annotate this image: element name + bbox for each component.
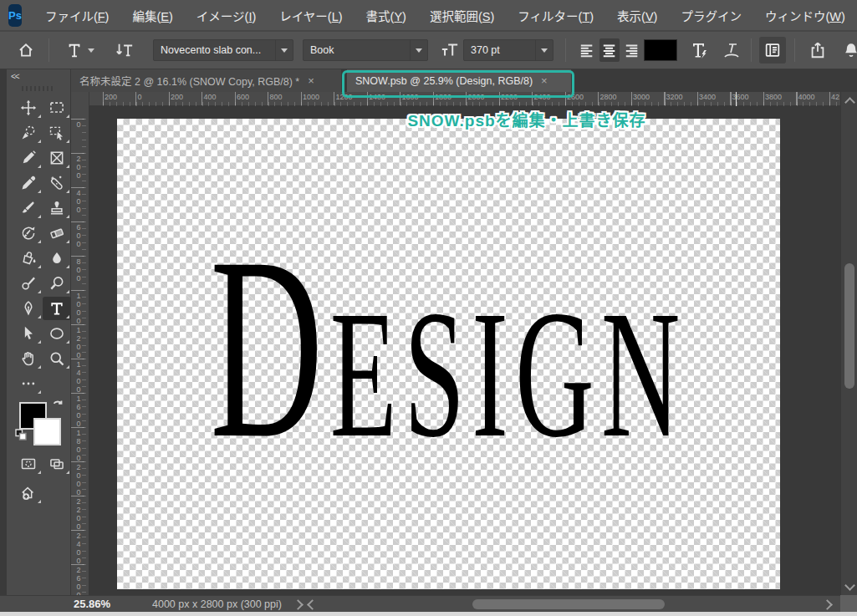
current-tool-button[interactable] — [60, 32, 99, 69]
type-tool-icon — [65, 41, 84, 59]
photoshop-logo-icon[interactable]: Ps — [8, 4, 22, 27]
canvas-text-layer[interactable]: Design — [210, 217, 687, 478]
align-right-button[interactable] — [622, 38, 642, 62]
font-size-dropdown-button[interactable] — [535, 40, 553, 60]
share-button[interactable] — [804, 32, 831, 69]
move-tool[interactable] — [14, 96, 43, 120]
font-style-dropdown-button[interactable] — [410, 40, 427, 60]
font-style-select[interactable]: Book — [303, 39, 428, 61]
status-menu-chevron-icon[interactable] — [293, 599, 304, 610]
menu-file[interactable]: ファイル(F) — [33, 7, 121, 24]
menu-filter[interactable]: フィルター(T) — [506, 7, 605, 24]
h-ruler-label: 3200 — [666, 93, 683, 101]
type-tool[interactable] — [43, 297, 71, 320]
align-left-button[interactable] — [577, 38, 597, 62]
window-bottom-edge — [0, 612, 857, 616]
hand-icon — [20, 350, 37, 367]
capture-button[interactable] — [14, 481, 43, 505]
align-center-button[interactable] — [599, 38, 620, 62]
dodge-tool[interactable] — [43, 272, 71, 295]
tab-untitled-2[interactable]: 名称未設定 2 @ 16.1% (SNOW Copy, RGB/8) * × — [71, 69, 342, 92]
default-colors-icon[interactable] — [13, 427, 28, 442]
toolbar-collapse-button[interactable]: << — [11, 72, 19, 81]
scroll-left-icon[interactable] — [307, 599, 318, 610]
swap-colors-icon[interactable] — [50, 398, 65, 413]
selection-arrow-icon — [20, 325, 37, 342]
divider — [565, 38, 566, 62]
hand-tool[interactable] — [14, 347, 43, 370]
notifications-button[interactable] — [839, 32, 857, 69]
horizontal-scrollbar[interactable] — [305, 596, 836, 613]
path-selection-tool[interactable] — [14, 322, 43, 345]
close-icon[interactable]: × — [308, 74, 314, 87]
menu-image[interactable]: イメージ(I) — [185, 7, 268, 24]
pasteboard[interactable]: Design — [90, 106, 840, 595]
toolbar-grip[interactable] — [22, 86, 55, 91]
pen-tool[interactable] — [14, 297, 43, 320]
warp-text-icon — [722, 40, 742, 60]
toggle-panels-button[interactable] — [759, 37, 786, 64]
v-ruler-label: 2400 — [74, 532, 83, 565]
horizontal-scrollbar-thumb[interactable] — [472, 599, 665, 609]
chevron-down-icon — [281, 48, 288, 53]
annotation-text: SNOW.psbを編集・上書き保存 — [284, 108, 769, 130]
background-color-swatch[interactable] — [33, 418, 61, 445]
align-left-icon — [579, 43, 594, 58]
menu-plugins[interactable]: プラグイン — [669, 7, 753, 24]
status-bar: 25.86% 4000 px x 2800 px (300 ppi) — [0, 595, 857, 612]
align-center-icon — [602, 43, 617, 58]
notifications-bell-icon — [842, 41, 857, 59]
ruler-corner[interactable] — [71, 92, 89, 106]
rectangular-marquee-tool[interactable] — [43, 96, 71, 120]
warp-text-button[interactable] — [717, 32, 746, 69]
spot-healing-brush-tool[interactable] — [43, 171, 71, 195]
eyedropper-tool[interactable] — [14, 171, 43, 195]
scroll-down-icon[interactable] — [844, 580, 855, 591]
history-brush-tool[interactable] — [14, 221, 43, 245]
menu-layer[interactable]: レイヤー(L) — [268, 7, 354, 24]
font-size-select[interactable]: 370 pt — [463, 39, 553, 61]
quick-mask-button[interactable] — [14, 452, 43, 476]
v-ruler-label: 1200 — [74, 326, 83, 359]
object-selection-tool[interactable] — [43, 121, 71, 145]
type-effects-button[interactable] — [686, 32, 714, 69]
paint-bucket-tool[interactable] — [14, 247, 43, 270]
menu-select[interactable]: 選択範囲(S) — [418, 7, 506, 24]
menu-view[interactable]: 表示(V) — [605, 7, 669, 24]
text-color-swatch[interactable] — [644, 39, 677, 61]
font-family-select[interactable]: Novecento slab con... — [153, 39, 293, 61]
clone-stamp-tool[interactable] — [43, 196, 71, 220]
quick-selection-tool[interactable] — [14, 121, 43, 145]
frame-tool[interactable] — [43, 146, 71, 170]
object-selection-icon — [48, 125, 65, 141]
menu-edit[interactable]: 編集(E) — [120, 7, 184, 24]
zoom-tool[interactable] — [43, 347, 71, 370]
smudge-tool[interactable] — [14, 272, 43, 295]
text-orientation-button[interactable] — [110, 32, 139, 69]
zoom-level[interactable]: 25.86% — [74, 598, 110, 610]
annotation-highlight-box — [342, 70, 574, 98]
align-right-icon — [625, 43, 640, 58]
ellipse-tool[interactable] — [43, 322, 71, 345]
screen-mode-button[interactable] — [43, 452, 71, 476]
history-brush-icon — [20, 225, 37, 242]
menu-type[interactable]: 書式(Y) — [355, 7, 418, 24]
eraser-tool[interactable] — [43, 221, 71, 245]
vertical-scrollbar-thumb[interactable] — [844, 263, 854, 389]
blur-tool[interactable] — [43, 247, 71, 270]
main-area: << — [0, 69, 857, 595]
menu-window[interactable]: ウィンドウ(W) — [753, 7, 857, 24]
font-family-dropdown-button[interactable] — [275, 40, 293, 60]
alignment-group — [577, 32, 642, 69]
vertical-scrollbar[interactable] — [840, 92, 857, 595]
edit-toolbar-button[interactable] — [14, 372, 43, 395]
home-button[interactable] — [13, 32, 38, 69]
lasso-tool[interactable] — [14, 146, 43, 170]
brush-tool[interactable] — [14, 196, 43, 220]
canvas[interactable]: Design — [117, 119, 780, 589]
vertical-ruler[interactable]: 0200400600800100012001400160018002000220… — [71, 106, 89, 595]
brush-icon — [20, 200, 37, 216]
scroll-up-icon[interactable] — [844, 97, 855, 108]
scroll-right-icon[interactable] — [822, 599, 833, 610]
clone-stamp-icon — [48, 200, 65, 216]
